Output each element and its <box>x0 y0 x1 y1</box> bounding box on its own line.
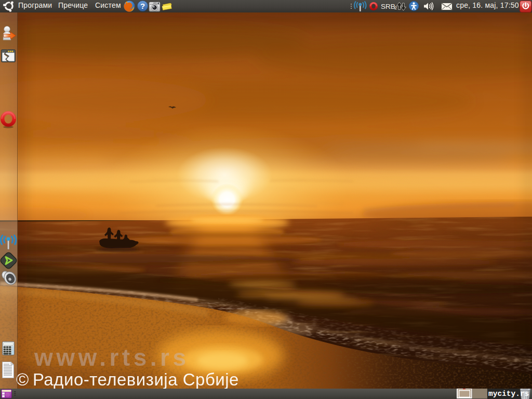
svg-text:?: ? <box>140 2 145 10</box>
svg-text:mycity.rs: mycity.rs <box>488 390 529 398</box>
svg-text:SRB: SRB <box>381 3 395 10</box>
